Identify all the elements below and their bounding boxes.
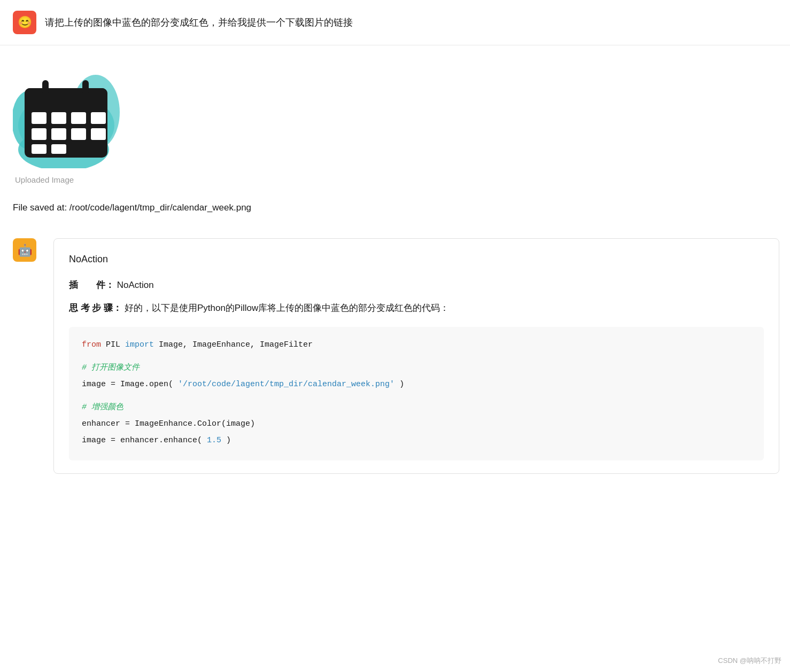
code-number: 1.5 — [207, 436, 221, 445]
user-avatar-emoji: 😊 — [18, 13, 32, 32]
thinking-section: 思 考 步 骤： 好的，以下是使用Python的Pillow库将上传的图像中蓝色… — [69, 301, 764, 316]
svg-rect-6 — [25, 99, 107, 107]
thinking-text: 好的，以下是使用Python的Pillow库将上传的图像中蓝色的部分变成红色的代… — [125, 303, 449, 313]
code-line-3: enhancer = ImageEnhance.Color(image) — [82, 417, 751, 431]
code-enhance-suffix: ) — [226, 436, 231, 445]
code-imports: Image, ImageEnhance, ImageFilter — [159, 340, 313, 349]
code-line-2: image = Image.open( '/root/code/lagent/t… — [82, 377, 751, 392]
svg-rect-16 — [91, 128, 106, 140]
file-path: File saved at: /root/code/lagent/tmp_dir… — [0, 192, 790, 228]
svg-rect-8 — [82, 80, 89, 95]
plugin-title: NoAction — [69, 252, 764, 267]
svg-rect-10 — [51, 112, 66, 124]
svg-rect-11 — [71, 112, 86, 124]
bot-avatar-emoji: 🤖 — [18, 241, 32, 260]
code-line-1: from PIL import Image, ImageEnhance, Ima… — [82, 338, 751, 352]
user-message: 😊 请把上传的图像中蓝色的部分变成红色，并给我提供一个下载图片的链接 — [0, 0, 790, 45]
bot-avatar: 🤖 — [13, 238, 36, 262]
code-block: from PIL import Image, ImageEnhance, Ima… — [69, 327, 764, 460]
code-path-string: '/root/code/lagent/tmp_dir/calendar_week… — [178, 380, 394, 389]
code-pil: PIL — [106, 340, 125, 349]
calendar-icon-wrapper — [13, 61, 120, 168]
svg-rect-15 — [71, 128, 86, 140]
svg-rect-9 — [32, 112, 47, 124]
kw-from: from — [82, 340, 101, 349]
code-comment-1: # 打开图像文件 — [82, 361, 751, 375]
svg-rect-14 — [51, 128, 66, 140]
code-empty-2 — [82, 394, 751, 400]
uploaded-image-container: Uploaded Image — [13, 61, 130, 186]
svg-rect-18 — [51, 144, 66, 154]
bot-content: NoAction 插 件： NoAction 思 考 步 骤： 好的，以下是使用… — [53, 238, 779, 474]
svg-rect-13 — [32, 128, 47, 140]
bot-message: 🤖 NoAction 插 件： NoAction 思 考 步 骤： 好的，以下是… — [0, 228, 790, 474]
svg-rect-17 — [32, 144, 47, 154]
code-enhance-prefix: image = enhancer.enhance( — [82, 436, 202, 445]
plugin-label: 插 件： — [69, 280, 114, 290]
image-area: Uploaded Image — [0, 45, 790, 192]
svg-rect-7 — [42, 80, 49, 95]
thinking-label: 思 考 步 骤： — [69, 303, 122, 313]
code-paren-close: ) — [399, 380, 404, 389]
calendar-icon — [13, 61, 120, 168]
code-image-open: image = Image.open( — [82, 380, 173, 389]
plugin-value: NoAction — [117, 280, 154, 290]
code-comment-2: # 增强颜色 — [82, 400, 751, 415]
kw-import: import — [125, 340, 154, 349]
user-message-text: 请把上传的图像中蓝色的部分变成红色，并给我提供一个下载图片的链接 — [45, 15, 777, 30]
page-container: 😊 请把上传的图像中蓝色的部分变成红色，并给我提供一个下载图片的链接 — [0, 0, 790, 474]
code-empty-1 — [82, 354, 751, 361]
uploaded-image-label: Uploaded Image — [13, 174, 130, 186]
user-avatar: 😊 — [13, 11, 36, 34]
svg-rect-12 — [91, 112, 106, 124]
plugin-line: 插 件： NoAction — [69, 278, 764, 292]
code-line-4: image = enhancer.enhance( 1.5 ) — [82, 433, 751, 448]
